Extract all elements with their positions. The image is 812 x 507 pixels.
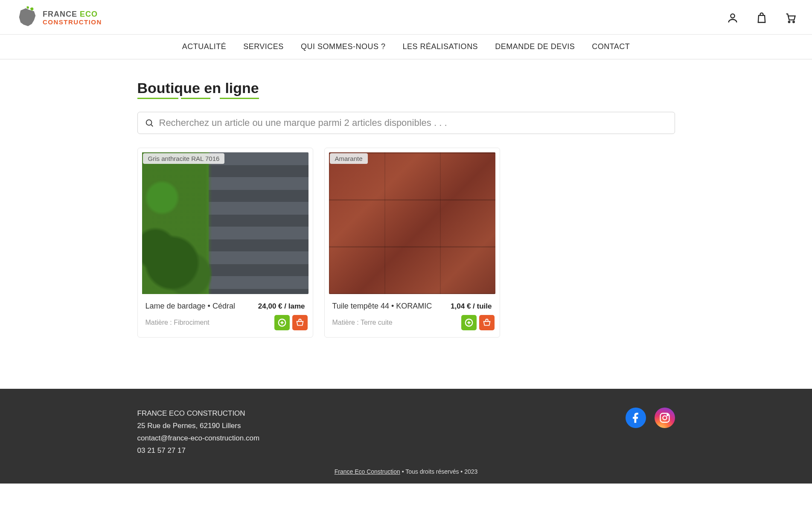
svg-point-3 [146, 120, 151, 125]
plus-circle-icon [277, 318, 287, 327]
svg-point-13 [667, 414, 668, 416]
main-nav: ACTUALITÉSERVICESQUI SOMMES-NOUS ?LES RÉ… [0, 34, 812, 59]
product-material: Matière : Fibrociment [146, 319, 210, 326]
nav-item-4[interactable]: DEMANDE DE DEVIS [495, 42, 575, 51]
product-card[interactable]: Amarante Tuile tempête 44 • KORAMIC 1,04… [324, 148, 500, 338]
footer-site-link[interactable]: France Eco Construction [335, 468, 400, 475]
add-to-cart-button[interactable] [292, 315, 308, 330]
add-button[interactable] [461, 315, 477, 330]
nav-item-0[interactable]: ACTUALITÉ [182, 42, 227, 51]
plus-circle-icon [464, 318, 474, 327]
product-thumbnail [329, 152, 495, 294]
france-map-icon [15, 6, 39, 30]
brand-word-2: ECO [80, 10, 98, 18]
product-badge: Amarante [330, 153, 368, 164]
footer-email[interactable]: contact@france-eco-construction.com [137, 432, 260, 445]
product-thumbnail [142, 152, 309, 294]
page-title: Boutique en ligne [137, 80, 259, 96]
basket-icon [482, 318, 492, 327]
footer-company: FRANCE ECO CONSTRUCTION [137, 408, 260, 420]
cart-icon[interactable] [785, 12, 797, 24]
product-material: Matière : Terre cuite [332, 319, 393, 326]
search-input[interactable] [159, 117, 668, 128]
product-name: Tuile tempête 44 • KORAMIC [332, 302, 432, 311]
add-button[interactable] [274, 315, 290, 330]
svg-line-4 [151, 125, 153, 126]
product-name: Lame de bardage • Cédral [146, 302, 235, 311]
nav-item-5[interactable]: CONTACT [592, 42, 630, 51]
nav-item-1[interactable]: SERVICES [243, 42, 284, 51]
brand-word-1: FRANCE [43, 10, 77, 18]
product-price: 24,00 € / lame [258, 302, 305, 311]
footer-address: 25 Rue de Pernes, 62190 Lillers [137, 420, 260, 432]
footer-rights: • Tous droits réservés • 2023 [400, 468, 478, 475]
brand-word-3: CONSTRUCTION [43, 19, 102, 26]
shopping-bag-icon[interactable] [756, 12, 768, 24]
search-box[interactable] [137, 112, 675, 134]
footer-contact: FRANCE ECO CONSTRUCTION 25 Rue de Pernes… [137, 408, 260, 457]
svg-point-0 [731, 14, 734, 18]
facebook-icon[interactable] [626, 408, 646, 428]
account-icon[interactable] [727, 12, 739, 24]
product-badge: Gris anthracite RAL 7016 [143, 153, 225, 164]
product-card[interactable]: Gris anthracite RAL 7016 Lame de bardage… [137, 148, 313, 338]
svg-point-1 [789, 21, 790, 23]
brand-logo[interactable]: FRANCE ECO CONSTRUCTION [15, 6, 102, 30]
svg-point-12 [663, 416, 666, 420]
product-price: 1,04 € / tuile [451, 302, 492, 311]
footer-bottom: France Eco Construction • Tous droits ré… [0, 468, 812, 484]
basket-icon [295, 318, 305, 327]
nav-item-2[interactable]: QUI SOMMES-NOUS ? [301, 42, 386, 51]
add-to-cart-button[interactable] [479, 315, 495, 330]
nav-item-3[interactable]: LES RÉALISATIONS [402, 42, 478, 51]
instagram-icon[interactable] [655, 408, 675, 428]
footer-phone: 03 21 57 27 17 [137, 445, 260, 457]
search-icon [145, 118, 154, 128]
svg-point-2 [793, 21, 795, 23]
